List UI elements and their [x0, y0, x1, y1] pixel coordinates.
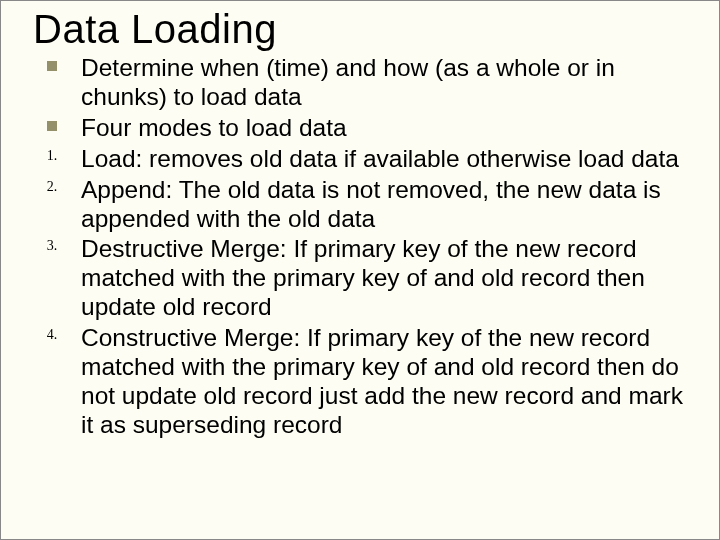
list-item-text: Determine when (time) and how (as a whol…: [81, 54, 697, 112]
list-item: 4. Constructive Merge: If primary key of…: [23, 324, 697, 440]
list-item: 1. Load: removes old data if available o…: [23, 145, 697, 174]
list-item-text: Four modes to load data: [81, 114, 697, 143]
slide: Data Loading Determine when (time) and h…: [0, 0, 720, 540]
bullet-number: 4.: [23, 324, 81, 344]
bullet-number: 1.: [23, 145, 81, 165]
list-item-text: Destructive Merge: If primary key of the…: [81, 235, 697, 322]
list-item: Four modes to load data: [23, 114, 697, 143]
bullet-number: 3.: [23, 235, 81, 255]
list-item: 2. Append: The old data is not removed, …: [23, 176, 697, 234]
bullet-number: 2.: [23, 176, 81, 196]
list-item-text: Append: The old data is not removed, the…: [81, 176, 697, 234]
slide-body: Determine when (time) and how (as a whol…: [23, 54, 697, 440]
slide-title: Data Loading: [33, 7, 697, 52]
bullet-square-icon: [23, 54, 81, 71]
list-item-text: Constructive Merge: If primary key of th…: [81, 324, 697, 440]
list-item: Determine when (time) and how (as a whol…: [23, 54, 697, 112]
list-item-text: Load: removes old data if available othe…: [81, 145, 697, 174]
bullet-square-icon: [23, 114, 81, 131]
list-item: 3. Destructive Merge: If primary key of …: [23, 235, 697, 322]
